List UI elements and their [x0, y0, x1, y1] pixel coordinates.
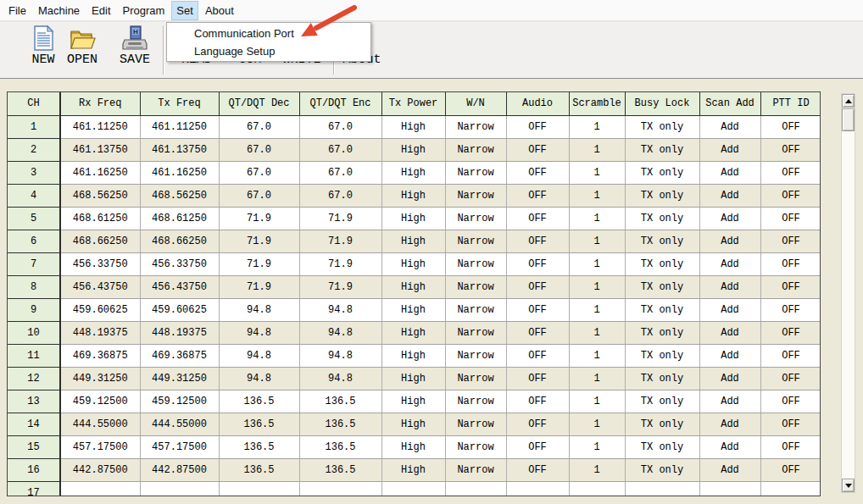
channel-data-cell[interactable]: Add: [699, 230, 760, 252]
channel-data-cell[interactable]: 1: [569, 367, 625, 390]
channel-data-cell[interactable]: OFF: [760, 321, 821, 344]
channel-data-cell[interactable]: OFF: [760, 390, 821, 413]
channel-data-cell[interactable]: Narrow: [445, 230, 506, 252]
channel-data-cell[interactable]: 444.55000: [60, 413, 140, 435]
channel-data-cell[interactable]: Narrow: [445, 161, 506, 184]
channel-data-cell[interactable]: 459.60625: [60, 298, 140, 321]
channel-data-cell[interactable]: 94.8: [299, 344, 381, 367]
channel-data-cell[interactable]: OFF: [760, 298, 821, 321]
channel-data-cell[interactable]: OFF: [506, 207, 569, 230]
channel-data-cell[interactable]: Add: [699, 321, 760, 344]
menu-about[interactable]: About: [201, 2, 238, 19]
channel-data-cell[interactable]: Narrow: [445, 367, 506, 390]
channel-data-cell[interactable]: 1: [569, 184, 625, 207]
channel-data-cell[interactable]: High: [381, 321, 445, 344]
channel-data-cell[interactable]: 94.8: [219, 367, 299, 390]
channel-data-cell[interactable]: 67.0: [219, 138, 299, 161]
channel-data-cell[interactable]: Add: [699, 138, 760, 161]
channel-data-cell[interactable]: TX only: [625, 344, 699, 367]
channel-data-cell[interactable]: Add: [699, 115, 760, 138]
channel-data-cell[interactable]: Add: [699, 161, 760, 184]
channel-data-cell[interactable]: 71.9: [219, 230, 299, 252]
channel-data-cell[interactable]: 71.9: [299, 252, 381, 275]
menu-edit[interactable]: Edit: [87, 2, 114, 19]
channel-data-cell[interactable]: [381, 481, 445, 496]
scrollbar-thumb[interactable]: [842, 108, 855, 131]
channel-data-cell[interactable]: OFF: [760, 252, 821, 275]
channel-data-cell[interactable]: 94.8: [299, 367, 381, 390]
channel-data-cell[interactable]: TX only: [625, 230, 699, 252]
channel-data-cell[interactable]: 468.66250: [140, 230, 219, 252]
channel-data-cell[interactable]: OFF: [506, 184, 569, 207]
channel-data-cell[interactable]: Add: [699, 275, 760, 298]
scroll-down-button[interactable]: [842, 479, 855, 492]
channel-data-cell[interactable]: OFF: [760, 344, 821, 367]
channel-data-cell[interactable]: 136.5: [219, 390, 299, 413]
channel-data-cell[interactable]: 71.9: [219, 207, 299, 230]
channel-data-cell[interactable]: 136.5: [219, 435, 299, 458]
channel-data-cell[interactable]: [569, 481, 625, 496]
menu-machine[interactable]: Machine: [34, 2, 84, 19]
channel-data-cell[interactable]: Add: [699, 413, 760, 435]
channel-data-cell[interactable]: [299, 481, 381, 496]
channel-data-cell[interactable]: 461.11250: [60, 115, 140, 138]
channel-data-cell[interactable]: OFF: [506, 367, 569, 390]
channel-data-cell[interactable]: 448.19375: [140, 321, 219, 344]
channel-data-cell[interactable]: OFF: [506, 298, 569, 321]
channel-data-cell[interactable]: 94.8: [219, 321, 299, 344]
channel-data-cell[interactable]: 468.56250: [60, 184, 140, 207]
channel-data-cell[interactable]: 1: [569, 115, 625, 138]
channel-data-cell[interactable]: 71.9: [219, 252, 299, 275]
channel-data-cell[interactable]: High: [381, 367, 445, 390]
channel-data-cell[interactable]: OFF: [760, 458, 821, 481]
channel-data-cell[interactable]: Add: [699, 252, 760, 275]
channel-data-cell[interactable]: 459.12500: [140, 390, 219, 413]
channel-data-cell[interactable]: OFF: [506, 161, 569, 184]
channel-data-cell[interactable]: 71.9: [299, 207, 381, 230]
channel-data-cell[interactable]: 71.9: [299, 275, 381, 298]
channel-data-cell[interactable]: OFF: [506, 413, 569, 435]
channel-data-cell[interactable]: 442.87500: [60, 458, 140, 481]
channel-data-cell[interactable]: High: [381, 275, 445, 298]
channel-data-cell[interactable]: OFF: [506, 138, 569, 161]
channel-data-cell[interactable]: Narrow: [445, 275, 506, 298]
channel-data-cell[interactable]: 468.61250: [140, 207, 219, 230]
channel-data-cell[interactable]: TX only: [625, 390, 699, 413]
channel-data-cell[interactable]: 456.43750: [60, 275, 140, 298]
channel-data-cell[interactable]: 1: [569, 275, 625, 298]
channel-data-cell[interactable]: Narrow: [445, 207, 506, 230]
channel-data-cell[interactable]: Narrow: [445, 138, 506, 161]
channel-data-cell[interactable]: Add: [699, 390, 760, 413]
channel-data-cell[interactable]: 1: [569, 161, 625, 184]
channel-data-cell[interactable]: Narrow: [445, 435, 506, 458]
channel-data-cell[interactable]: Narrow: [445, 458, 506, 481]
channel-data-cell[interactable]: High: [381, 230, 445, 252]
channel-data-cell[interactable]: OFF: [760, 275, 821, 298]
channel-data-cell[interactable]: 94.8: [299, 321, 381, 344]
save-button[interactable]: H SAVE: [109, 25, 161, 75]
channel-data-cell[interactable]: [60, 481, 140, 496]
channel-data-cell[interactable]: Narrow: [445, 298, 506, 321]
channel-data-cell[interactable]: OFF: [760, 435, 821, 458]
channel-data-cell[interactable]: Add: [699, 298, 760, 321]
channel-data-cell[interactable]: OFF: [506, 230, 569, 252]
channel-data-cell[interactable]: 1: [569, 435, 625, 458]
channel-data-cell[interactable]: High: [381, 138, 445, 161]
channel-data-cell[interactable]: TX only: [625, 138, 699, 161]
channel-data-cell[interactable]: Add: [699, 367, 760, 390]
channel-data-cell[interactable]: 67.0: [219, 115, 299, 138]
channel-data-cell[interactable]: 94.8: [299, 298, 381, 321]
channel-data-cell[interactable]: TX only: [625, 367, 699, 390]
channel-data-cell[interactable]: 456.33750: [60, 252, 140, 275]
channel-data-cell[interactable]: TX only: [625, 298, 699, 321]
channel-data-cell[interactable]: 67.0: [299, 115, 381, 138]
channel-data-cell[interactable]: 1: [569, 344, 625, 367]
channel-data-cell[interactable]: OFF: [760, 413, 821, 435]
channel-data-cell[interactable]: High: [381, 413, 445, 435]
channel-data-cell[interactable]: TX only: [625, 115, 699, 138]
channel-data-cell[interactable]: High: [381, 161, 445, 184]
channel-data-cell[interactable]: 449.31250: [60, 367, 140, 390]
channel-data-cell[interactable]: TX only: [625, 161, 699, 184]
channel-data-cell[interactable]: 456.33750: [140, 252, 219, 275]
channel-data-cell[interactable]: 67.0: [219, 161, 299, 184]
